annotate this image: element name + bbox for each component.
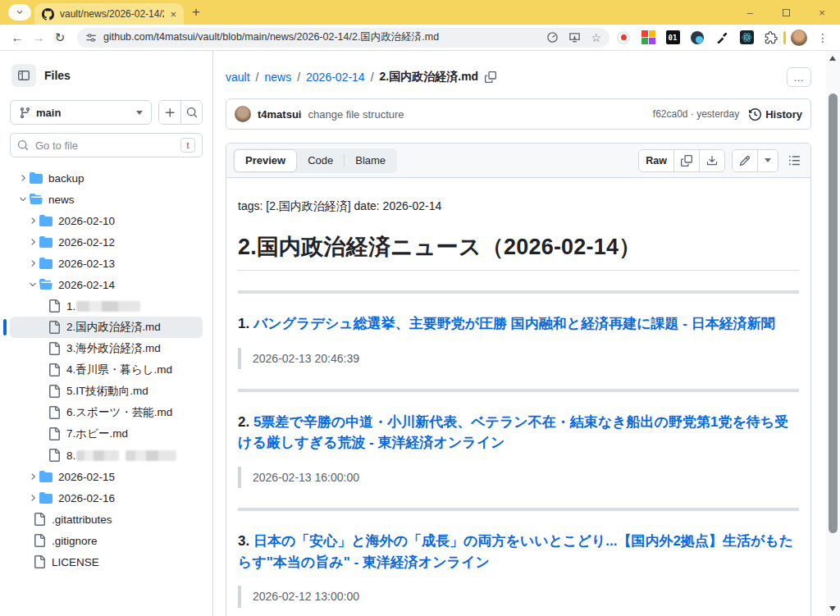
commit-author[interactable]: t4matsui [258, 108, 301, 121]
divider [238, 508, 799, 511]
chevron-right-icon[interactable] [26, 216, 39, 226]
tree-item-label: 5.IT技術動向.md [66, 384, 148, 399]
breadcrumb-link[interactable]: news [264, 71, 291, 84]
tree-item-file[interactable]: 6.スポーツ・芸能.md [10, 402, 203, 423]
tree-item-file[interactable]: 3.海外政治経済.md [10, 338, 203, 359]
close-button[interactable]: × [804, 7, 840, 19]
maximize-button[interactable] [768, 7, 804, 19]
breadcrumb-link[interactable]: vault [226, 71, 250, 84]
copy-path-icon[interactable] [485, 71, 496, 83]
install-app-icon[interactable] [568, 31, 581, 43]
chevron-right-icon[interactable] [26, 258, 39, 268]
commit-message[interactable]: change file structure [308, 108, 652, 121]
commit-sha-time[interactable]: f62ca0d · yesterday [653, 108, 739, 120]
file-header: PreviewCodeBlame Raw [226, 144, 810, 178]
extension-globe-pie-icon[interactable] [690, 30, 705, 45]
extension-zero-one-icon[interactable]: 01 [665, 30, 680, 45]
scroll-down-arrow[interactable] [829, 606, 836, 611]
chevron-right-icon[interactable] [26, 493, 39, 503]
tree-item-folder[interactable]: 2026-02-13 [10, 253, 203, 274]
news-item-date: 2026-02-13 20:46:39 [253, 348, 788, 369]
commit-author-avatar[interactable] [235, 106, 251, 122]
tree-item-file[interactable]: LICENSE [10, 551, 203, 573]
news-item-date-quote: 2026-02-13 16:00:00 [238, 467, 799, 488]
collapse-sidebar-icon[interactable] [11, 64, 36, 87]
search-tree-button[interactable] [180, 101, 202, 124]
new-tab-button[interactable]: + [192, 4, 200, 21]
back-icon[interactable]: ← [7, 30, 28, 44]
extension-color-grid-icon[interactable] [641, 30, 655, 45]
file-icon [48, 299, 61, 313]
tab-search-button[interactable] [8, 4, 31, 21]
tree-item-folder[interactable]: news [10, 189, 203, 210]
git-branch-icon [19, 107, 31, 119]
tree-item-folder[interactable]: 2026-02-10 [10, 210, 203, 231]
chevron-right-icon[interactable] [26, 237, 39, 247]
tree-item-file[interactable]: 1. [10, 295, 203, 317]
go-to-file-input[interactable]: Go to file t [10, 133, 203, 157]
tab-code[interactable]: Code [297, 149, 344, 172]
minimize-button[interactable]: – [732, 7, 768, 19]
tree-item-folder[interactable]: 2026-02-16 [10, 487, 203, 509]
chevron-right-icon[interactable] [16, 173, 30, 183]
edit-pencil-icon[interactable] [733, 150, 757, 171]
browser-menu-icon[interactable]: ⋮ [812, 31, 833, 44]
tree-item-folder[interactable]: 2026-02-15 [10, 466, 203, 487]
tree-item-file[interactable]: 2.国内政治経済.md [10, 317, 203, 338]
tree-item-file[interactable]: .gitattributes [10, 509, 203, 530]
folder-icon [39, 257, 52, 270]
chevron-right-icon[interactable] [26, 472, 39, 481]
news-item-link[interactable]: バングラデシュ総選挙、主要野党が圧勝 国内融和と経済再建に課題 - 日本経済新聞 [253, 316, 775, 331]
file-icon [33, 555, 46, 568]
chevron-down-icon[interactable] [26, 280, 39, 290]
address-bar[interactable]: github.com/t4matsui/vault/blob/main/news… [77, 28, 609, 48]
tree-item-file[interactable]: .gitignore [10, 530, 203, 551]
tab-blame[interactable]: Blame [345, 149, 396, 172]
tab-preview[interactable]: Preview [234, 149, 297, 172]
extension-puzzle-icon[interactable] [764, 30, 778, 45]
more-options-button[interactable]: … [787, 67, 811, 87]
add-file-button[interactable] [159, 101, 180, 124]
copy-raw-icon[interactable] [673, 150, 699, 171]
page-scrollbar[interactable] [826, 51, 840, 616]
profile-avatar[interactable] [791, 30, 807, 46]
tree-item-folder[interactable]: 2026-02-12 [10, 231, 203, 253]
extension-eyedropper-icon[interactable] [714, 30, 729, 45]
tree-item-file[interactable]: 8. [10, 445, 203, 466]
download-icon[interactable] [699, 150, 724, 171]
view-tabs: PreviewCodeBlame [233, 148, 397, 173]
site-settings-icon[interactable] [85, 32, 97, 43]
scrollbar-thumb[interactable] [829, 94, 838, 533]
history-clock-icon [749, 108, 761, 121]
go-to-file-placeholder: Go to file [35, 139, 174, 152]
edit-dropdown-caret[interactable] [757, 150, 778, 171]
tree-item-folder[interactable]: backup [10, 167, 203, 189]
breadcrumb-link[interactable]: 2026-02-14 [306, 71, 365, 84]
bookmark-star-icon[interactable]: ☆ [591, 31, 601, 44]
scroll-up-arrow[interactable] [829, 56, 836, 61]
file-icon [33, 534, 46, 547]
tree-item-folder[interactable]: 2026-02-14 [10, 274, 203, 295]
news-item: 1. バングラデシュ総選挙、主要野党が圧勝 国内融和と経済再建に課題 - 日本経… [238, 313, 799, 369]
file-content-box: PreviewCodeBlame Raw [226, 143, 811, 616]
news-item-link[interactable]: 日本の「安心」と海外の「成長」の両方をいいとこどり...【国内外2拠点】生活がも… [238, 533, 793, 570]
extension-atom-icon[interactable] [739, 30, 754, 45]
branch-selector[interactable]: main [10, 100, 152, 125]
news-item-number: 3. [238, 533, 253, 549]
history-button[interactable]: History [749, 103, 802, 125]
chevron-down-icon[interactable] [16, 194, 30, 204]
file-view-main: vault/news/2026-02-14/2.国内政治経済.md … t4ma… [214, 51, 824, 616]
outline-list-icon[interactable] [785, 154, 804, 167]
tree-item-file[interactable]: 4.香川県・暮らし.md [10, 359, 203, 381]
news-item-link[interactable]: 5票差で辛勝の中道・小川新代表、ベテラン不在・結束なき船出の野党第1党を待ち受け… [238, 414, 788, 451]
github-favicon [42, 8, 54, 21]
tree-item-file[interactable]: 7.ホビー.md [10, 423, 203, 445]
performance-gauge-icon[interactable] [546, 31, 559, 43]
tree-item-file[interactable]: 5.IT技術動向.md [10, 381, 203, 402]
tab-close-icon[interactable]: × [167, 8, 179, 21]
browser-tab[interactable]: vault/news/2026-02-14/2.国内政治経済.md × [34, 3, 184, 25]
raw-button[interactable]: Raw [639, 150, 673, 171]
forward-icon[interactable]: → [28, 30, 49, 44]
extension-record-icon[interactable] [616, 30, 631, 45]
reload-icon[interactable]: ↻ [49, 30, 71, 45]
